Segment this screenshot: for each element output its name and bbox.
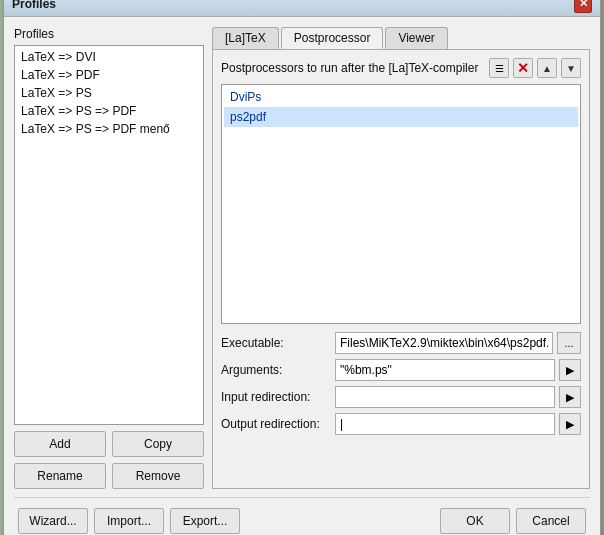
profile-item[interactable]: LaTeX => DVI (17, 48, 201, 66)
up-arrow-icon: ▲ (542, 63, 552, 74)
tab-content-postprocessor: Postprocessors to run after the [La]TeX-… (212, 49, 590, 489)
export-button[interactable]: Export... (170, 508, 240, 534)
import-button[interactable]: Import... (94, 508, 164, 534)
move-down-button[interactable]: ▼ (561, 58, 581, 78)
close-button[interactable]: ✕ (574, 0, 592, 13)
remove-button[interactable]: Remove (112, 463, 204, 489)
bottom-buttons: Wizard... Import... Export... OK Cancel (14, 508, 590, 534)
pp-item-ps2pdf[interactable]: ps2pdf (224, 107, 578, 127)
input-redirection-label: Input redirection: (221, 390, 331, 404)
tab-viewer[interactable]: Viewer (385, 27, 447, 49)
delete-icon: ✕ (517, 60, 529, 76)
executable-input[interactable] (335, 332, 553, 354)
tab-postprocessor[interactable]: Postprocessor (281, 27, 384, 49)
postprocessor-list-label: Postprocessors to run after the [La]TeX-… (221, 61, 485, 75)
arguments-row: Arguments: ▶ (221, 359, 581, 381)
postprocessor-list[interactable]: DviPs ps2pdf (221, 84, 581, 324)
executable-label: Executable: (221, 336, 331, 350)
move-up-button[interactable]: ▲ (537, 58, 557, 78)
main-layout: Profiles LaTeX => DVI LaTeX => PDF LaTeX… (14, 27, 590, 489)
window-body: Profiles LaTeX => DVI LaTeX => PDF LaTeX… (4, 17, 600, 535)
profile-item[interactable]: LaTeX => PS (17, 84, 201, 102)
new-postprocessor-button[interactable]: ☰ (489, 58, 509, 78)
input-redirection-row: Input redirection: ▶ (221, 386, 581, 408)
arrow-right-icon: ▶ (566, 364, 574, 377)
input-arrow-button[interactable]: ▶ (559, 386, 581, 408)
output-redirection-input[interactable] (335, 413, 555, 435)
profiles-list[interactable]: LaTeX => DVI LaTeX => PDF LaTeX => PS La… (14, 45, 204, 425)
new-icon: ☰ (495, 63, 504, 74)
arguments-label: Arguments: (221, 363, 331, 377)
browse-button[interactable]: ... (557, 332, 581, 354)
delete-postprocessor-button[interactable]: ✕ (513, 58, 533, 78)
output-redirection-row: Output redirection: ▶ (221, 413, 581, 435)
profile-item[interactable]: LaTeX => PS => PDF menő (17, 120, 201, 138)
profiles-window: Profiles ✕ Profiles LaTeX => DVI LaTeX =… (3, 0, 601, 535)
tab-latex[interactable]: [La]TeX (212, 27, 279, 49)
profile-item[interactable]: LaTeX => PDF (17, 66, 201, 84)
postprocessor-header: Postprocessors to run after the [La]TeX-… (221, 58, 581, 78)
ok-button[interactable]: OK (440, 508, 510, 534)
arguments-arrow-button[interactable]: ▶ (559, 359, 581, 381)
profiles-label: Profiles (14, 27, 204, 41)
right-panel: [La]TeX Postprocessor Viewer Postprocess… (212, 27, 590, 489)
arrow-right-icon-3: ▶ (566, 418, 574, 431)
copy-button[interactable]: Copy (112, 431, 204, 457)
output-arrow-button[interactable]: ▶ (559, 413, 581, 435)
cancel-button[interactable]: Cancel (516, 508, 586, 534)
left-panel: Profiles LaTeX => DVI LaTeX => PDF LaTeX… (14, 27, 204, 489)
executable-row: Executable: ... (221, 332, 581, 354)
title-bar: Profiles ✕ (4, 0, 600, 17)
window-title: Profiles (12, 0, 56, 11)
profile-item[interactable]: LaTeX => PS => PDF (17, 102, 201, 120)
output-redirection-label: Output redirection: (221, 417, 331, 431)
bottom-left-buttons: Wizard... Import... Export... (18, 508, 240, 534)
add-button[interactable]: Add (14, 431, 106, 457)
bottom-right-buttons: OK Cancel (440, 508, 586, 534)
input-redirection-input[interactable] (335, 386, 555, 408)
arrow-right-icon-2: ▶ (566, 391, 574, 404)
down-arrow-icon: ▼ (566, 63, 576, 74)
wizard-button[interactable]: Wizard... (18, 508, 88, 534)
arguments-input[interactable] (335, 359, 555, 381)
pp-item-dvips[interactable]: DviPs (224, 87, 578, 107)
left-buttons: Add Copy Rename Remove (14, 431, 204, 489)
rename-button[interactable]: Rename (14, 463, 106, 489)
tabs: [La]TeX Postprocessor Viewer (212, 27, 590, 49)
divider (14, 497, 590, 498)
